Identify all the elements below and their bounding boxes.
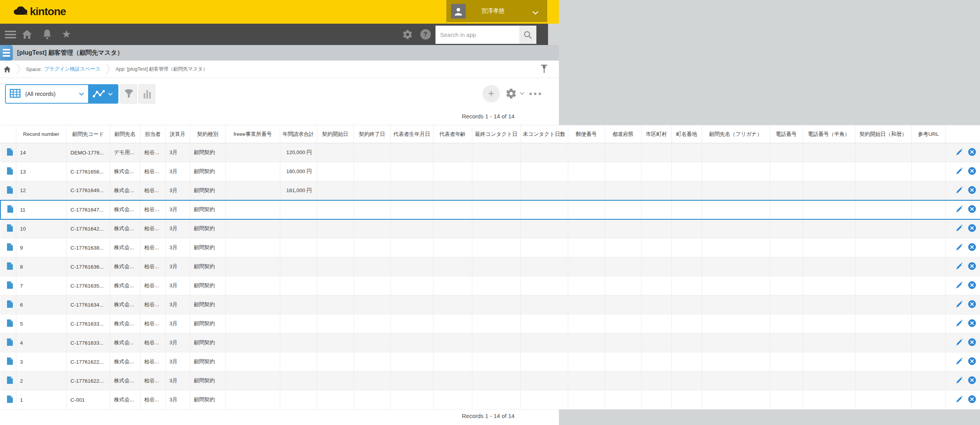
cell-annual_billing_total: 120,000 円 [280, 143, 317, 162]
edit-record-button[interactable] [955, 243, 963, 252]
column-header-phone[interactable]: 電話番号 [770, 125, 803, 143]
column-header-city[interactable]: 市区町村 [641, 125, 671, 143]
more-options-button[interactable]: ••• [529, 89, 543, 99]
favorites-star-icon[interactable]: ★ [59, 24, 74, 45]
edit-record-button[interactable] [955, 319, 963, 328]
column-header-phone_hankaku[interactable]: 電話番号（半角） [803, 125, 855, 143]
edit-record-button[interactable] [955, 338, 963, 347]
column-header-code[interactable]: 顧問先コード [66, 125, 110, 143]
breadcrumb-home-icon[interactable] [3, 66, 11, 73]
column-header-rep_age[interactable]: 代表者年齢 [433, 125, 472, 143]
column-header-name_furigana[interactable]: 顧問先名（フリガナ） [702, 125, 770, 143]
edit-record-button[interactable] [955, 167, 963, 176]
edit-record-button[interactable] [955, 376, 963, 385]
record-link-icon-cell[interactable] [0, 238, 16, 257]
breadcrumb-app-label: App: [plugTest] 顧客管理（顧問先マスタ） [116, 66, 208, 73]
search-input[interactable] [435, 26, 519, 44]
column-header-rep_birthday[interactable]: 代表者生年月日 [390, 125, 433, 143]
edit-record-button[interactable] [955, 300, 963, 309]
record-link-icon-cell[interactable] [0, 314, 16, 333]
column-header-name[interactable]: 顧問先名 [110, 125, 140, 143]
column-header-contract_start_wareki[interactable]: 契約開始日（和暦） [855, 125, 911, 143]
cell-postal_code [568, 314, 605, 333]
record-link-icon-cell[interactable] [0, 390, 16, 409]
hamburger-menu-icon[interactable] [3, 24, 18, 45]
column-header-last_contact_date[interactable]: 最終コンタクト日 [472, 125, 520, 143]
delete-record-button[interactable] [968, 281, 976, 290]
edit-record-button[interactable] [955, 281, 963, 290]
user-name: 宮澤孝慈 [481, 7, 505, 15]
home-icon[interactable] [20, 24, 33, 45]
cell-contract_type: 顧問契約 [190, 238, 225, 257]
column-header-freee_office_no[interactable]: freee事業所番号 [225, 125, 280, 143]
column-header-postal_code[interactable]: 郵便番号 [568, 125, 605, 143]
column-header-contract_start[interactable]: 契約開始日 [317, 125, 354, 143]
column-header-contract_end[interactable]: 契約終了日 [354, 125, 390, 143]
kintone-logo[interactable]: kintone [13, 5, 66, 18]
delete-record-button[interactable] [968, 338, 976, 347]
cell-reference_url [911, 257, 945, 276]
record-link-icon-cell[interactable] [0, 257, 16, 276]
column-header-prefecture[interactable]: 都道府県 [605, 125, 641, 143]
edit-record-button[interactable] [955, 357, 963, 366]
search-button[interactable] [519, 26, 536, 44]
record-link-icon-cell[interactable] [0, 143, 16, 162]
record-link-icon-cell[interactable] [0, 200, 16, 219]
record-link-icon-cell[interactable] [0, 276, 16, 295]
cell-rep: 柏谷... [140, 219, 165, 238]
record-link-icon-cell[interactable] [0, 352, 16, 371]
edit-record-button[interactable] [955, 148, 963, 157]
edit-record-button[interactable] [955, 224, 963, 233]
row-actions-cell [945, 295, 980, 314]
record-link-icon-cell[interactable] [0, 219, 16, 238]
record-link-icon-cell[interactable] [0, 371, 16, 390]
column-header-reference_url[interactable]: 参考URL [911, 125, 945, 143]
record-link-icon-cell[interactable] [0, 162, 16, 181]
cell-contract_end [354, 295, 390, 314]
column-header-fiscal_month[interactable]: 決算月 [165, 125, 190, 143]
app-list-icon[interactable] [0, 45, 13, 61]
cell-contract_start [317, 143, 354, 162]
column-header-record_number[interactable]: Record number [16, 125, 66, 143]
delete-record-button[interactable] [968, 205, 976, 214]
help-icon[interactable]: ? [418, 24, 432, 45]
record-link-icon-cell[interactable] [0, 333, 16, 352]
edit-record-button[interactable] [955, 262, 963, 271]
view-dropdown[interactable]: (All records) [6, 85, 88, 103]
user-menu[interactable]: 宮澤孝慈 [446, 0, 547, 22]
edit-pencil-icon [955, 376, 963, 384]
pin-icon[interactable] [540, 64, 548, 76]
space-link[interactable]: プラグイン検証スペース [44, 66, 100, 73]
delete-record-button[interactable] [968, 243, 976, 252]
cell-name_furigana [702, 371, 770, 390]
column-header-annual_billing_total[interactable]: 年間請求合計 [280, 125, 317, 143]
column-header-days_since_contact[interactable]: 未コンタクト日数 [520, 125, 568, 143]
record-link-icon-cell[interactable] [0, 181, 16, 200]
column-header-rep[interactable]: 担当者 [140, 125, 165, 143]
settings-gear-icon[interactable] [401, 24, 415, 45]
column-header-contract_type[interactable]: 契約種別 [190, 125, 225, 143]
record-link-icon-cell[interactable] [0, 295, 16, 314]
chart-button[interactable] [139, 84, 155, 104]
row-actions-cell [945, 371, 980, 390]
delete-record-button[interactable] [968, 167, 976, 176]
chart-view-toggle[interactable] [88, 85, 118, 103]
filter-button[interactable] [120, 84, 137, 104]
app-settings-button[interactable] [505, 88, 524, 99]
delete-record-button[interactable] [968, 376, 976, 385]
edit-record-button[interactable] [955, 396, 963, 404]
delete-record-button[interactable] [968, 357, 976, 366]
notifications-bell-icon[interactable] [40, 24, 54, 45]
delete-record-button[interactable] [968, 262, 976, 271]
delete-record-button[interactable] [968, 300, 976, 309]
delete-record-button[interactable] [968, 319, 976, 328]
delete-record-button[interactable] [968, 148, 976, 157]
edit-record-button[interactable] [955, 186, 963, 195]
column-header-address[interactable]: 町名番地 [671, 125, 702, 143]
edit-record-button[interactable] [955, 205, 963, 214]
delete-record-button[interactable] [968, 224, 976, 233]
delete-record-button[interactable] [968, 186, 976, 195]
add-record-button[interactable]: + [482, 85, 500, 102]
bar-chart-icon [143, 89, 151, 99]
delete-record-button[interactable] [968, 395, 976, 404]
